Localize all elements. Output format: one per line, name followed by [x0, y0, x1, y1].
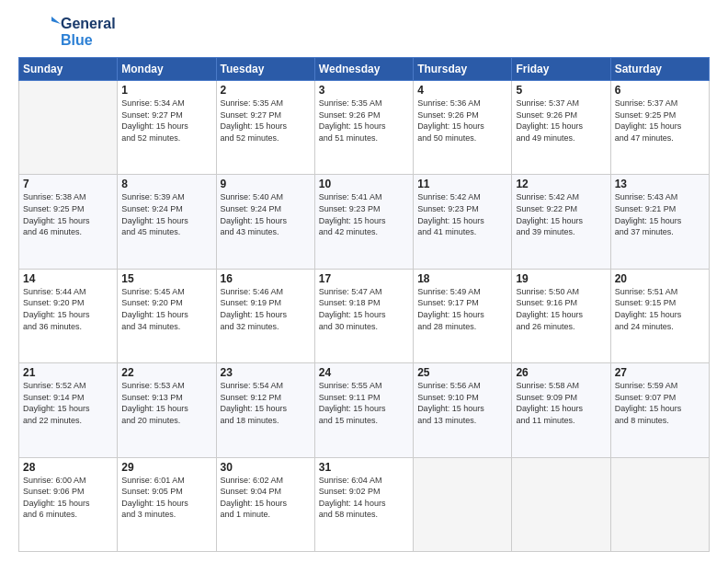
day-info: Sunrise: 5:53 AMSunset: 9:13 PMDaylight:…: [121, 380, 211, 426]
day-cell: 27Sunrise: 5:59 AMSunset: 9:07 PMDayligh…: [610, 363, 709, 457]
week-row-3: 14Sunrise: 5:44 AMSunset: 9:20 PMDayligh…: [19, 269, 710, 362]
day-info: Sunrise: 5:41 AMSunset: 9:23 PMDaylight:…: [319, 191, 409, 237]
day-cell: 12Sunrise: 5:42 AMSunset: 9:22 PMDayligh…: [512, 175, 610, 269]
col-header-sunday: Sunday: [19, 58, 118, 81]
day-cell: 9Sunrise: 5:40 AMSunset: 9:24 PMDaylight…: [216, 175, 314, 269]
day-info: Sunrise: 6:00 AMSunset: 9:06 PMDaylight:…: [23, 475, 113, 521]
calendar-body: 1Sunrise: 5:34 AMSunset: 9:27 PMDaylight…: [19, 81, 710, 552]
day-info: Sunrise: 6:02 AMSunset: 9:04 PMDaylight:…: [221, 475, 311, 521]
day-cell: 13Sunrise: 5:43 AMSunset: 9:21 PMDayligh…: [610, 175, 709, 269]
day-info: Sunrise: 5:56 AMSunset: 9:10 PMDaylight:…: [417, 380, 507, 426]
col-header-friday: Friday: [512, 58, 610, 81]
day-cell: 1Sunrise: 5:34 AMSunset: 9:27 PMDaylight…: [118, 81, 216, 175]
day-cell: 22Sunrise: 5:53 AMSunset: 9:13 PMDayligh…: [118, 363, 216, 457]
day-info: Sunrise: 5:34 AMSunset: 9:27 PMDaylight:…: [121, 98, 211, 144]
day-number: 6: [615, 84, 705, 97]
day-info: Sunrise: 5:58 AMSunset: 9:09 PMDaylight:…: [516, 380, 606, 426]
day-number: 5: [516, 84, 606, 97]
col-header-wednesday: Wednesday: [314, 58, 413, 81]
day-number: 21: [23, 366, 113, 379]
day-number: 4: [417, 84, 507, 97]
day-cell: 10Sunrise: 5:41 AMSunset: 9:23 PMDayligh…: [314, 175, 413, 269]
day-cell: 24Sunrise: 5:55 AMSunset: 9:11 PMDayligh…: [314, 363, 413, 457]
day-info: Sunrise: 5:50 AMSunset: 9:16 PMDaylight:…: [516, 286, 606, 332]
day-cell: 8Sunrise: 5:39 AMSunset: 9:24 PMDaylight…: [118, 175, 216, 269]
logo: GeneralBlue: [18, 15, 116, 50]
day-cell: [414, 457, 512, 551]
day-cell: 3Sunrise: 5:35 AMSunset: 9:26 PMDaylight…: [314, 81, 413, 175]
day-number: 18: [417, 272, 507, 285]
day-info: Sunrise: 5:42 AMSunset: 9:22 PMDaylight:…: [516, 191, 606, 237]
svg-marker-0: [51, 17, 61, 24]
day-cell: 15Sunrise: 5:45 AMSunset: 9:20 PMDayligh…: [118, 269, 216, 362]
day-info: Sunrise: 5:49 AMSunset: 9:17 PMDaylight:…: [417, 286, 507, 332]
day-number: 19: [516, 272, 606, 285]
day-info: Sunrise: 5:36 AMSunset: 9:26 PMDaylight:…: [417, 98, 507, 144]
day-number: 9: [221, 178, 311, 190]
col-header-monday: Monday: [118, 58, 216, 81]
day-info: Sunrise: 5:47 AMSunset: 9:18 PMDaylight:…: [319, 286, 409, 332]
week-row-1: 1Sunrise: 5:34 AMSunset: 9:27 PMDaylight…: [19, 81, 710, 175]
week-row-2: 7Sunrise: 5:38 AMSunset: 9:25 PMDaylight…: [19, 175, 710, 269]
day-number: 25: [417, 366, 507, 379]
week-row-4: 21Sunrise: 5:52 AMSunset: 9:14 PMDayligh…: [19, 363, 710, 457]
day-info: Sunrise: 5:37 AMSunset: 9:25 PMDaylight:…: [615, 98, 705, 144]
day-cell: 7Sunrise: 5:38 AMSunset: 9:25 PMDaylight…: [19, 175, 118, 269]
day-number: 12: [516, 178, 606, 190]
day-cell: [19, 81, 118, 175]
day-cell: 2Sunrise: 5:35 AMSunset: 9:27 PMDaylight…: [216, 81, 314, 175]
day-number: 16: [221, 272, 311, 285]
day-info: Sunrise: 6:04 AMSunset: 9:02 PMDaylight:…: [319, 475, 409, 521]
day-cell: 14Sunrise: 5:44 AMSunset: 9:20 PMDayligh…: [19, 269, 118, 362]
day-number: 1: [121, 84, 211, 97]
logo-icon: [18, 15, 64, 50]
logo-general: General: [61, 16, 116, 32]
day-cell: 31Sunrise: 6:04 AMSunset: 9:02 PMDayligh…: [314, 457, 413, 551]
day-number: 7: [23, 178, 113, 190]
day-cell: 20Sunrise: 5:51 AMSunset: 9:15 PMDayligh…: [610, 269, 709, 362]
day-info: Sunrise: 5:38 AMSunset: 9:25 PMDaylight:…: [23, 191, 113, 237]
day-number: 10: [319, 178, 409, 190]
day-cell: [610, 457, 709, 551]
day-cell: 16Sunrise: 5:46 AMSunset: 9:19 PMDayligh…: [216, 269, 314, 362]
day-info: Sunrise: 5:42 AMSunset: 9:23 PMDaylight:…: [417, 191, 507, 237]
day-number: 13: [615, 178, 705, 190]
day-info: Sunrise: 5:44 AMSunset: 9:20 PMDaylight:…: [23, 286, 113, 332]
day-info: Sunrise: 5:35 AMSunset: 9:26 PMDaylight:…: [319, 98, 409, 144]
day-cell: 29Sunrise: 6:01 AMSunset: 9:05 PMDayligh…: [118, 457, 216, 551]
day-number: 30: [221, 461, 311, 474]
day-info: Sunrise: 6:01 AMSunset: 9:05 PMDaylight:…: [121, 475, 211, 521]
col-header-thursday: Thursday: [414, 58, 512, 81]
calendar-table: SundayMondayTuesdayWednesdayThursdayFrid…: [18, 57, 710, 552]
day-number: 3: [319, 84, 409, 97]
col-header-saturday: Saturday: [610, 58, 709, 81]
header: GeneralBlue: [18, 15, 710, 50]
day-cell: 19Sunrise: 5:50 AMSunset: 9:16 PMDayligh…: [512, 269, 610, 362]
day-number: 8: [121, 178, 211, 190]
day-info: Sunrise: 5:40 AMSunset: 9:24 PMDaylight:…: [221, 191, 311, 237]
day-cell: 17Sunrise: 5:47 AMSunset: 9:18 PMDayligh…: [314, 269, 413, 362]
day-number: 15: [121, 272, 211, 285]
day-cell: [512, 457, 610, 551]
day-info: Sunrise: 5:37 AMSunset: 9:26 PMDaylight:…: [516, 98, 606, 144]
day-cell: 28Sunrise: 6:00 AMSunset: 9:06 PMDayligh…: [19, 457, 118, 551]
logo-blue: Blue: [61, 32, 116, 49]
day-number: 17: [319, 272, 409, 285]
day-cell: 21Sunrise: 5:52 AMSunset: 9:14 PMDayligh…: [19, 363, 118, 457]
day-info: Sunrise: 5:54 AMSunset: 9:12 PMDaylight:…: [221, 380, 311, 426]
day-info: Sunrise: 5:52 AMSunset: 9:14 PMDaylight:…: [23, 380, 113, 426]
day-cell: 25Sunrise: 5:56 AMSunset: 9:10 PMDayligh…: [414, 363, 512, 457]
day-number: 23: [221, 366, 311, 379]
day-info: Sunrise: 5:43 AMSunset: 9:21 PMDaylight:…: [615, 191, 705, 237]
day-info: Sunrise: 5:55 AMSunset: 9:11 PMDaylight:…: [319, 380, 409, 426]
day-cell: 30Sunrise: 6:02 AMSunset: 9:04 PMDayligh…: [216, 457, 314, 551]
day-number: 27: [615, 366, 705, 379]
day-number: 24: [319, 366, 409, 379]
day-number: 20: [615, 272, 705, 285]
day-number: 22: [121, 366, 211, 379]
day-cell: 4Sunrise: 5:36 AMSunset: 9:26 PMDaylight…: [414, 81, 512, 175]
header-row: SundayMondayTuesdayWednesdayThursdayFrid…: [19, 58, 710, 81]
col-header-tuesday: Tuesday: [216, 58, 314, 81]
day-info: Sunrise: 5:46 AMSunset: 9:19 PMDaylight:…: [221, 286, 311, 332]
day-number: 31: [319, 461, 409, 474]
